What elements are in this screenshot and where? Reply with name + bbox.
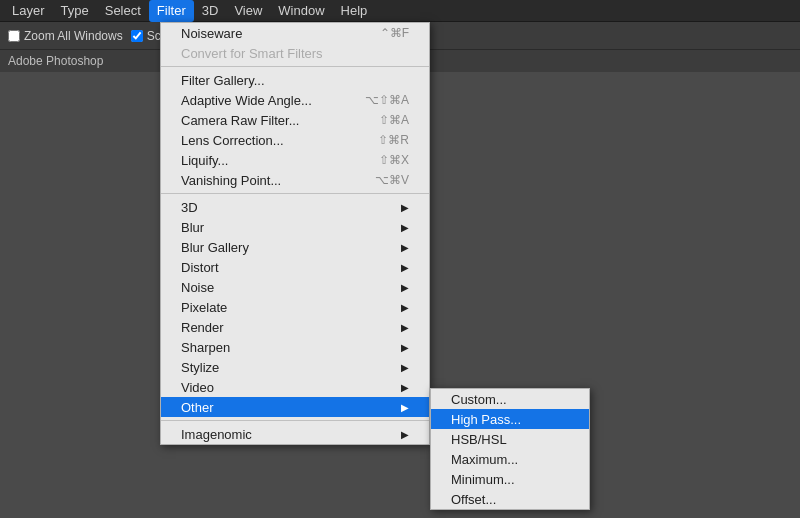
separator-2 [161, 193, 429, 194]
filter-blur[interactable]: Blur ▶ [161, 217, 429, 237]
submenu-arrow-other: ▶ [401, 402, 409, 413]
filter-lens[interactable]: Lens Correction... ⇧⌘R [161, 130, 429, 150]
zoom-all-windows: Zoom All Windows [8, 29, 123, 43]
filter-pixelate[interactable]: Pixelate ▶ [161, 297, 429, 317]
menu-type[interactable]: Type [53, 0, 97, 22]
workspace-title: Adobe Photoshop [8, 54, 103, 68]
filter-camera-raw[interactable]: Camera Raw Filter... ⇧⌘A [161, 110, 429, 130]
submenu-arrow-sharpen: ▶ [401, 342, 409, 353]
filter-stylize[interactable]: Stylize ▶ [161, 357, 429, 377]
zoom-all-label: Zoom All Windows [24, 29, 123, 43]
zoom-all-checkbox[interactable] [8, 30, 20, 42]
filter-distort[interactable]: Distort ▶ [161, 257, 429, 277]
menu-select[interactable]: Select [97, 0, 149, 22]
submenu-arrow-video: ▶ [401, 382, 409, 393]
filter-imagenomic[interactable]: Imagenomic ▶ [161, 424, 429, 444]
submenu-arrow-noise: ▶ [401, 282, 409, 293]
filter-render[interactable]: Render ▶ [161, 317, 429, 337]
submenu-arrow-blur: ▶ [401, 222, 409, 233]
filter-noiseware[interactable]: Noiseware ⌃⌘F [161, 23, 429, 43]
separator-1 [161, 66, 429, 67]
separator-3 [161, 420, 429, 421]
filter-vanishing[interactable]: Vanishing Point... ⌥⌘V [161, 170, 429, 190]
filter-menu[interactable]: Noiseware ⌃⌘F Convert for Smart Filters … [160, 22, 430, 445]
menu-view[interactable]: View [226, 0, 270, 22]
submenu-arrow-pixelate: ▶ [401, 302, 409, 313]
filter-blur-gallery[interactable]: Blur Gallery ▶ [161, 237, 429, 257]
menu-3d[interactable]: 3D [194, 0, 227, 22]
menu-filter[interactable]: Filter [149, 0, 194, 22]
submenu-arrow-distort: ▶ [401, 262, 409, 273]
submenu-arrow-stylize: ▶ [401, 362, 409, 373]
menubar: Layer Type Select Filter 3D View Window … [0, 0, 800, 22]
menu-help[interactable]: Help [333, 0, 376, 22]
filter-convert-smart[interactable]: Convert for Smart Filters [161, 43, 429, 63]
submenu-arrow-3d: ▶ [401, 202, 409, 213]
filter-3d[interactable]: 3D ▶ [161, 197, 429, 217]
filter-noise[interactable]: Noise ▶ [161, 277, 429, 297]
filter-other[interactable]: Other ▶ [161, 397, 429, 417]
filter-liquify[interactable]: Liquify... ⇧⌘X [161, 150, 429, 170]
scrub-checkbox[interactable] [131, 30, 143, 42]
filter-sharpen[interactable]: Sharpen ▶ [161, 337, 429, 357]
menu-window[interactable]: Window [270, 0, 332, 22]
submenu-arrow-blur-gallery: ▶ [401, 242, 409, 253]
menu-layer[interactable]: Layer [4, 0, 53, 22]
submenu-arrow-render: ▶ [401, 322, 409, 333]
filter-gallery[interactable]: Filter Gallery... [161, 70, 429, 90]
filter-video[interactable]: Video ▶ [161, 377, 429, 397]
filter-adaptive[interactable]: Adaptive Wide Angle... ⌥⇧⌘A [161, 90, 429, 110]
submenu-arrow-imagenomic: ▶ [401, 429, 409, 440]
